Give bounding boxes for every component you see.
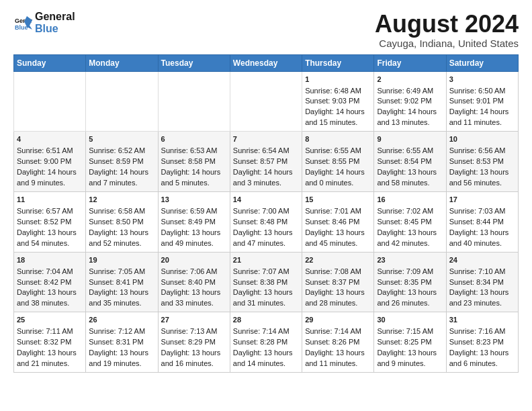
logo: General Blue General Blue: [13, 11, 75, 34]
day-info: and 5 minutes.: [161, 178, 227, 189]
day-info: Daylight: 14 hours: [377, 107, 443, 118]
day-cell: 8Sunrise: 6:55 AMSunset: 8:55 PMDaylight…: [302, 132, 374, 192]
day-number: 25: [17, 315, 83, 326]
day-info: Sunset: 8:57 PM: [233, 156, 299, 167]
day-number: 18: [17, 255, 83, 266]
day-cell: 19Sunrise: 7:05 AMSunset: 8:41 PMDayligh…: [86, 252, 158, 312]
day-info: Sunrise: 7:14 AM: [233, 326, 299, 337]
main-title: August 2024: [375, 11, 519, 38]
day-info: Sunrise: 7:14 AM: [305, 326, 371, 337]
day-info: Daylight: 13 hours: [449, 348, 515, 359]
day-info: and 16 minutes.: [161, 359, 227, 369]
day-info: Daylight: 13 hours: [305, 287, 371, 298]
day-info: Sunrise: 6:54 AM: [233, 146, 299, 156]
day-info: Sunset: 8:28 PM: [233, 337, 299, 348]
day-cell: 25Sunrise: 7:11 AMSunset: 8:32 PMDayligh…: [14, 312, 86, 373]
day-info: Daylight: 13 hours: [233, 348, 299, 359]
day-info: and 35 minutes.: [89, 298, 154, 309]
day-info: Sunrise: 7:13 AM: [161, 326, 227, 337]
day-info: Sunset: 8:42 PM: [17, 277, 83, 288]
day-info: Sunset: 8:44 PM: [449, 217, 515, 228]
day-number: 28: [233, 315, 299, 326]
day-cell: 6Sunrise: 6:53 AMSunset: 8:58 PMDaylight…: [158, 132, 230, 192]
day-info: Daylight: 13 hours: [161, 348, 227, 359]
day-info: Daylight: 13 hours: [89, 348, 154, 359]
day-info: Sunrise: 7:10 AM: [449, 267, 515, 277]
day-info: Daylight: 13 hours: [89, 228, 154, 238]
day-cell: 10Sunrise: 6:56 AMSunset: 8:53 PMDayligh…: [446, 132, 518, 192]
day-number: 2: [377, 75, 443, 85]
day-info: Sunset: 8:52 PM: [17, 217, 83, 228]
day-info: Sunrise: 7:01 AM: [305, 206, 371, 217]
day-number: 31: [449, 315, 515, 326]
day-info: Sunrise: 7:03 AM: [449, 206, 515, 217]
day-info: and 6 minutes.: [449, 359, 515, 369]
day-info: Sunrise: 7:06 AM: [161, 267, 227, 277]
day-cell: 16Sunrise: 7:02 AMSunset: 8:45 PMDayligh…: [374, 191, 446, 252]
day-cell: 20Sunrise: 7:06 AMSunset: 8:40 PMDayligh…: [158, 252, 230, 312]
day-info: and 0 minutes.: [305, 178, 371, 189]
day-cell: 12Sunrise: 6:58 AMSunset: 8:50 PMDayligh…: [86, 191, 158, 252]
day-info: Sunset: 8:26 PM: [305, 337, 371, 348]
day-info: Sunrise: 7:12 AM: [89, 326, 154, 337]
day-cell: 18Sunrise: 7:04 AMSunset: 8:42 PMDayligh…: [14, 252, 86, 312]
day-number: 30: [377, 315, 443, 326]
day-info: Daylight: 13 hours: [161, 287, 227, 298]
day-number: 7: [233, 134, 299, 145]
day-cell: 9Sunrise: 6:55 AMSunset: 8:54 PMDaylight…: [374, 132, 446, 192]
logo-general: General: [35, 11, 75, 23]
day-info: Sunrise: 7:09 AM: [377, 267, 443, 277]
calendar-header-row: SundayMondayTuesdayWednesdayThursdayFrid…: [14, 54, 519, 71]
day-info: and 33 minutes.: [161, 298, 227, 309]
day-info: and 3 minutes.: [233, 178, 299, 189]
day-cell: 13Sunrise: 6:59 AMSunset: 8:49 PMDayligh…: [158, 191, 230, 252]
day-number: 17: [449, 195, 515, 205]
day-cell: 17Sunrise: 7:03 AMSunset: 8:44 PMDayligh…: [446, 191, 518, 252]
logo-blue: Blue: [35, 23, 75, 35]
day-info: and 45 minutes.: [305, 238, 371, 249]
page: General Blue General Blue August 2024 Ca…: [0, 0, 532, 379]
day-info: and 38 minutes.: [17, 298, 83, 309]
day-info: and 47 minutes.: [233, 238, 299, 249]
day-info: Sunset: 8:50 PM: [89, 217, 154, 228]
day-info: Daylight: 13 hours: [161, 228, 227, 238]
day-info: Daylight: 14 hours: [305, 107, 371, 118]
day-number: 21: [233, 255, 299, 266]
day-info: and 31 minutes.: [233, 298, 299, 309]
day-info: and 23 minutes.: [449, 298, 515, 309]
day-number: 12: [89, 195, 154, 205]
day-number: 23: [377, 255, 443, 266]
day-info: and 14 minutes.: [233, 359, 299, 369]
day-number: 20: [161, 255, 227, 266]
day-info: Daylight: 14 hours: [17, 167, 83, 178]
day-info: and 26 minutes.: [377, 298, 443, 309]
day-cell: 15Sunrise: 7:01 AMSunset: 8:46 PMDayligh…: [302, 191, 374, 252]
svg-text:Blue: Blue: [15, 24, 28, 31]
day-info: Sunset: 8:55 PM: [305, 156, 371, 167]
day-info: and 9 minutes.: [17, 178, 83, 189]
day-info: Sunrise: 6:59 AM: [161, 206, 227, 217]
day-info: Sunrise: 7:15 AM: [377, 326, 443, 337]
day-cell: 30Sunrise: 7:15 AMSunset: 8:25 PMDayligh…: [374, 312, 446, 373]
header-friday: Friday: [374, 54, 446, 71]
day-info: Sunset: 8:32 PM: [17, 337, 83, 348]
day-cell: 11Sunrise: 6:57 AMSunset: 8:52 PMDayligh…: [14, 191, 86, 252]
day-cell: 22Sunrise: 7:08 AMSunset: 8:37 PMDayligh…: [302, 252, 374, 312]
day-info: and 9 minutes.: [377, 359, 443, 369]
day-number: 26: [89, 315, 154, 326]
day-info: Sunset: 8:23 PM: [449, 337, 515, 348]
day-info: Sunrise: 7:04 AM: [17, 267, 83, 277]
week-row-5: 25Sunrise: 7:11 AMSunset: 8:32 PMDayligh…: [14, 312, 519, 373]
day-info: Sunset: 8:25 PM: [377, 337, 443, 348]
day-info: and 13 minutes.: [377, 118, 443, 128]
day-cell: 2Sunrise: 6:49 AMSunset: 9:02 PMDaylight…: [374, 71, 446, 132]
day-info: Sunset: 8:41 PM: [89, 277, 154, 288]
day-info: and 28 minutes.: [305, 298, 371, 309]
week-row-1: 1Sunrise: 6:48 AMSunset: 9:03 PMDaylight…: [14, 71, 519, 132]
header-saturday: Saturday: [446, 54, 518, 71]
day-info: Sunset: 8:38 PM: [233, 277, 299, 288]
day-info: Sunset: 9:00 PM: [17, 156, 83, 167]
day-info: Sunset: 8:40 PM: [161, 277, 227, 288]
day-cell: 7Sunrise: 6:54 AMSunset: 8:57 PMDaylight…: [230, 132, 302, 192]
day-cell: [158, 71, 230, 132]
